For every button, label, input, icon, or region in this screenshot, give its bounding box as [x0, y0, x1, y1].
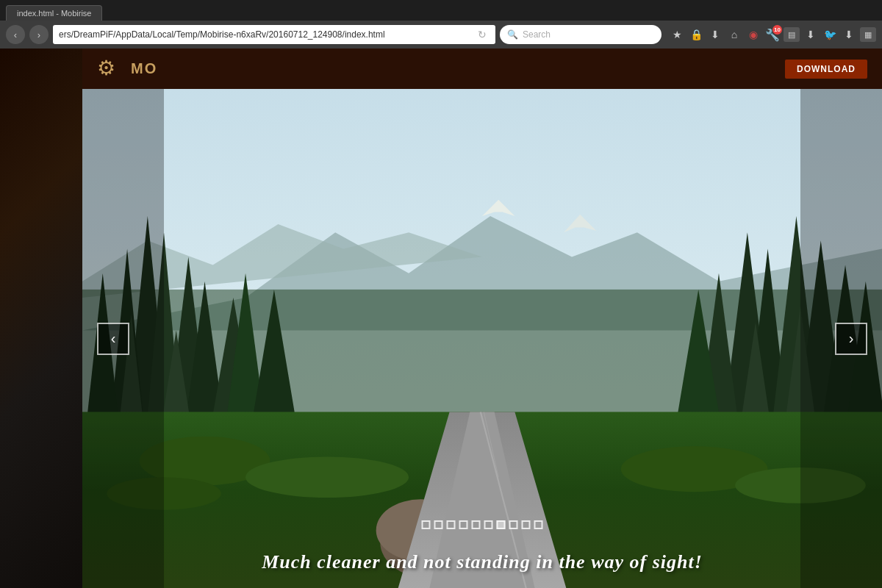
header-right: DOWNLOAD	[785, 60, 867, 79]
svg-point-29	[245, 456, 409, 498]
slide-dot-5[interactable]	[472, 520, 481, 529]
arrow-down2-icon[interactable]: ⬇	[841, 26, 857, 43]
address-text: ers/DreamPiF/AppData/Local/Temp/Mobirise…	[59, 29, 475, 40]
logo-gear-icon: ⚙	[97, 56, 123, 82]
bird-icon[interactable]: 🐦	[822, 26, 838, 43]
slider-prev-button[interactable]: ‹	[97, 323, 129, 355]
slide-dot-2[interactable]	[434, 520, 443, 529]
site-logo-text: MO	[131, 60, 157, 77]
slide-dot-8[interactable]	[509, 520, 518, 529]
slider-dots	[422, 520, 543, 529]
slider-container: ‹ › Much cleaner and not sta	[82, 89, 882, 588]
bookmark-icon[interactable]: ★	[669, 26, 685, 43]
reload-button[interactable]: ↻	[478, 29, 487, 40]
browser-tabs-bar: index.html - Mobirise	[0, 0, 882, 21]
search-placeholder: Search	[523, 29, 551, 40]
slide-dot-7[interactable]	[497, 520, 506, 529]
slide-dot-9[interactable]	[522, 520, 531, 529]
slider-next-button[interactable]: ›	[835, 323, 867, 355]
slide-dot-4[interactable]	[459, 520, 468, 529]
back-button[interactable]: ‹	[6, 25, 25, 44]
grid-icon[interactable]: ▦	[860, 27, 876, 42]
forward-button[interactable]: ›	[29, 25, 49, 44]
download-icon[interactable]: ⬇	[707, 26, 723, 43]
slider-caption: Much cleaner and not standing in the way…	[122, 551, 842, 573]
slider-image	[82, 89, 882, 588]
search-bar[interactable]: 🔍 Search	[500, 25, 662, 44]
slide-dot-1[interactable]	[422, 520, 431, 529]
slide-dot-6[interactable]	[484, 520, 493, 529]
caption-text: Much cleaner and not standing in the way…	[262, 551, 703, 573]
browser-toolbar: ‹ › ers/DreamPiF/AppData/Local/Temp/Mobi…	[0, 21, 882, 49]
lock-icon[interactable]: 🔒	[688, 26, 704, 43]
sidebar-background	[0, 49, 82, 588]
download-button[interactable]: DOWNLOAD	[785, 60, 867, 79]
sidebar-left	[0, 49, 82, 588]
slide-dot-10[interactable]	[534, 520, 543, 529]
arrow-down-icon[interactable]: ⬇	[803, 26, 819, 43]
privacy-icon[interactable]: ◉	[745, 26, 761, 43]
site-header: ⚙ MO DOWNLOAD	[82, 49, 882, 89]
toolbar-icons: ★ 🔒 ⬇ ⌂ ◉ 🔧 10 ▤ ⬇ 🐦 ⬇ ▦	[669, 26, 876, 43]
browser-tab-active[interactable]: index.html - Mobirise	[6, 5, 102, 21]
notification-badge: 10	[772, 25, 782, 35]
browser-chrome: index.html - Mobirise ‹ › ers/DreamPiF/A…	[0, 0, 882, 49]
slide-dot-3[interactable]	[447, 520, 456, 529]
addon-icon[interactable]: 🔧 10	[764, 26, 781, 43]
search-icon: 🔍	[507, 29, 518, 40]
scene-svg	[82, 89, 882, 588]
site-wrapper: ⚙ MO DOWNLOAD	[0, 49, 882, 588]
main-content: ⚙ MO DOWNLOAD	[82, 49, 882, 588]
home-icon[interactable]: ⌂	[726, 26, 742, 43]
address-bar[interactable]: ers/DreamPiF/AppData/Local/Temp/Mobirise…	[53, 25, 495, 44]
menu-icon[interactable]: ▤	[784, 27, 800, 42]
